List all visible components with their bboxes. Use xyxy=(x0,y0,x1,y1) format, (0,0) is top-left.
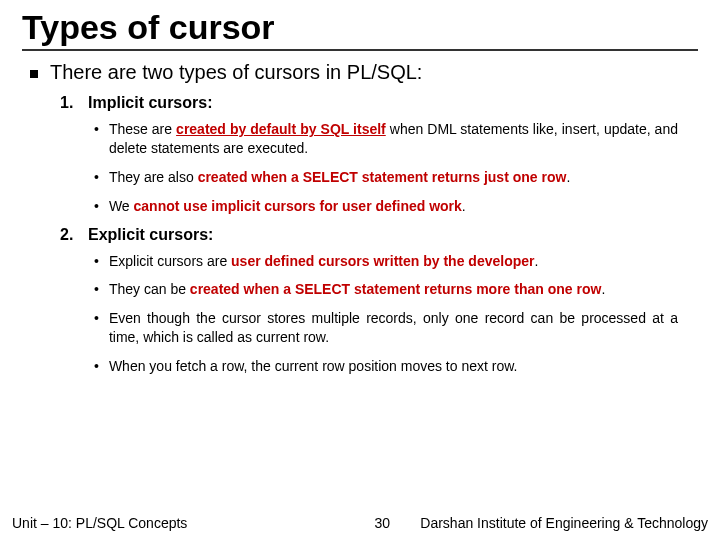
bullet-point: •When you fetch a row, the current row p… xyxy=(94,357,678,376)
slide-content: Types of cursor There are two types of c… xyxy=(0,0,720,376)
emphasis-text: created by default by SQL itself xyxy=(176,121,386,137)
emphasis-text: user defined cursors written by the deve… xyxy=(231,253,534,269)
dot-bullet-icon: • xyxy=(94,252,99,271)
bullet-point: •Even though the cursor stores multiple … xyxy=(94,309,678,347)
bullet-point: •We cannot use implicit cursors for user… xyxy=(94,197,678,216)
bullet-text: These are created by default by SQL itse… xyxy=(109,120,678,158)
bullet-point: •They are also created when a SELECT sta… xyxy=(94,168,678,187)
bullet-point: •These are created by default by SQL its… xyxy=(94,120,678,158)
bullet-point: •They can be created when a SELECT state… xyxy=(94,280,678,299)
slide-title: Types of cursor xyxy=(22,8,698,51)
section-heading: 1.Implicit cursors: xyxy=(60,94,698,112)
section-heading: 2.Explicit cursors: xyxy=(60,226,698,244)
bullet-point: •Explicit cursors are user defined curso… xyxy=(94,252,678,271)
footer-page-number: 30 xyxy=(360,515,404,531)
intro-bullet: There are two types of cursors in PL/SQL… xyxy=(30,61,698,84)
emphasis-text: created when a SELECT statement returns … xyxy=(190,281,602,297)
footer-right: Darshan Institute of Engineering & Techn… xyxy=(404,515,720,531)
bullet-text: Explicit cursors are user defined cursor… xyxy=(109,252,538,271)
dot-bullet-icon: • xyxy=(94,357,99,376)
dot-bullet-icon: • xyxy=(94,280,99,299)
bullet-text: They are also created when a SELECT stat… xyxy=(109,168,570,187)
square-bullet-icon xyxy=(30,70,38,78)
bullet-text: Even though the cursor stores multiple r… xyxy=(109,309,678,347)
section-title: Explicit cursors: xyxy=(88,226,213,244)
section-number: 1. xyxy=(60,94,78,112)
emphasis-text: created when a SELECT statement returns … xyxy=(198,169,567,185)
bullet-text: We cannot use implicit cursors for user … xyxy=(109,197,466,216)
section-title: Implicit cursors: xyxy=(88,94,212,112)
dot-bullet-icon: • xyxy=(94,120,99,139)
bullet-text: They can be created when a SELECT statem… xyxy=(109,280,605,299)
footer-bar: Unit – 10: PL/SQL Concepts 30 Darshan In… xyxy=(0,506,720,540)
dot-bullet-icon: • xyxy=(94,197,99,216)
dot-bullet-icon: • xyxy=(94,309,99,328)
bullet-text: When you fetch a row, the current row po… xyxy=(109,357,518,376)
intro-text: There are two types of cursors in PL/SQL… xyxy=(50,61,422,84)
emphasis-text: cannot use implicit cursors for user def… xyxy=(134,198,462,214)
section-number: 2. xyxy=(60,226,78,244)
dot-bullet-icon: • xyxy=(94,168,99,187)
footer-left: Unit – 10: PL/SQL Concepts xyxy=(0,515,187,531)
